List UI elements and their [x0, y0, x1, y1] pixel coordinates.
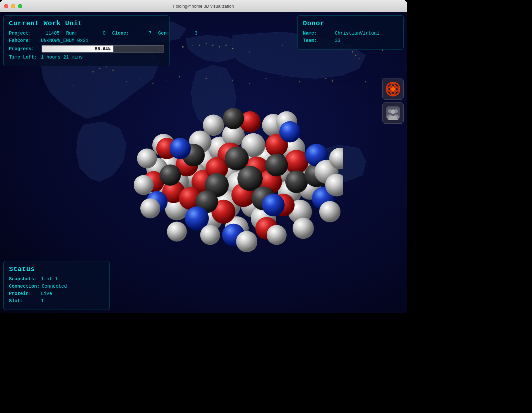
status-title: Status	[9, 265, 104, 273]
clone-label: Clone:	[112, 31, 142, 36]
project-label: Project:	[9, 31, 39, 36]
donor-name-row: Name: ChristianVirtual	[303, 31, 398, 36]
svg-point-12	[355, 55, 356, 56]
fahcore-row: FahCore: UNKNOWN_ENUM 0x21	[9, 38, 164, 43]
donor-team-value: 33	[335, 38, 340, 43]
main-area: Current Work Unit Project: 11405 Run: 0 …	[0, 12, 407, 313]
slot-row: Slot: 1	[9, 298, 104, 304]
project-value: 11405	[46, 31, 60, 36]
progress-text: 58.64%	[95, 47, 111, 52]
svg-point-80	[262, 194, 285, 216]
work-unit-panel: Current Work Unit Project: 11405 Run: 0 …	[3, 15, 170, 66]
status-panel: Status Snapshots: 1 of 1 Connection: Con…	[3, 261, 110, 310]
snapshots-label: Snapshots:	[9, 276, 39, 282]
svg-point-1	[106, 67, 107, 68]
svg-point-92	[134, 175, 154, 195]
svg-point-94	[236, 231, 257, 252]
minimize-button[interactable]	[11, 4, 15, 8]
connection-label: Connection:	[9, 284, 40, 289]
gen-value: 3	[195, 31, 198, 36]
svg-point-78	[223, 108, 244, 129]
protein-row: Protein: Live	[9, 291, 104, 296]
svg-point-109	[391, 87, 395, 91]
svg-point-0	[99, 68, 100, 69]
protein-label: Protein:	[9, 291, 39, 296]
svg-point-7	[212, 45, 213, 46]
svg-point-96	[267, 225, 287, 245]
side-buttons	[382, 78, 404, 124]
help-circle-icon	[386, 82, 400, 96]
svg-point-91	[137, 149, 157, 169]
close-button[interactable]	[4, 4, 8, 8]
molecule-visualization	[110, 66, 343, 282]
svg-point-98	[167, 222, 187, 242]
run-label: Run:	[66, 31, 96, 36]
timeleft-row: Time Left: 1 hours 21 mins	[9, 55, 164, 60]
title-bar: Folding@home 3D visualization	[0, 0, 407, 12]
svg-point-11	[352, 51, 353, 53]
svg-point-4	[92, 71, 94, 72]
protein-value: Live	[41, 291, 52, 296]
work-unit-title: Current Work Unit	[9, 20, 164, 27]
svg-point-50	[203, 115, 224, 136]
timeleft-label: Time Left:	[9, 55, 39, 60]
svg-point-75	[285, 171, 308, 193]
svg-point-89	[319, 201, 340, 222]
donor-panel: Donor Name: ChristianVirtual Team: 33	[297, 15, 404, 50]
svg-point-70	[225, 147, 249, 171]
fahcore-value: UNKNOWN_ENUM 0x21	[41, 38, 88, 43]
svg-point-6	[206, 43, 207, 44]
window-controls	[4, 4, 22, 8]
svg-point-82	[279, 121, 301, 143]
svg-point-64	[285, 150, 309, 174]
donor-name-value: ChristianVirtual	[335, 31, 379, 36]
progress-label: Progress:	[9, 46, 39, 52]
help-button[interactable]	[382, 78, 404, 100]
molecule-svg	[110, 66, 343, 282]
donor-title: Donor	[303, 20, 398, 27]
team-icon	[386, 106, 400, 120]
fahcore-label: FahCore:	[9, 38, 39, 43]
window-title: Folding@home 3D visualization	[173, 4, 234, 9]
maximize-button[interactable]	[18, 4, 22, 8]
snapshots-row: Snapshots: 1 of 1	[9, 276, 104, 282]
donor-name-label: Name:	[303, 31, 333, 36]
svg-point-76	[160, 165, 181, 186]
svg-point-8	[219, 47, 220, 48]
svg-point-5	[199, 45, 200, 46]
run-value: 0	[103, 31, 105, 36]
timeleft-value: 1 hours 21 mins	[41, 55, 83, 60]
svg-point-97	[293, 218, 314, 239]
slot-value: 1	[41, 298, 44, 304]
gen-label: Gen:	[158, 31, 188, 36]
svg-point-9	[225, 45, 227, 46]
svg-point-95	[200, 225, 220, 245]
svg-point-10	[232, 48, 233, 49]
clone-value: 7	[149, 31, 151, 36]
svg-point-71	[265, 154, 288, 177]
svg-point-113	[391, 109, 395, 114]
donor-team-row: Team: 33	[303, 38, 398, 43]
slot-label: Slot:	[9, 298, 39, 304]
svg-point-81	[170, 138, 191, 159]
progress-row: Progress: 58.64%	[9, 45, 164, 53]
project-row: Project: 11405 Run: 0 Clone: 7 Gen: 3	[9, 31, 164, 36]
svg-point-13	[359, 58, 360, 59]
donor-team-label: Team:	[303, 38, 333, 43]
svg-point-93	[140, 199, 160, 218]
progress-bar: 58.64%	[42, 45, 164, 53]
team-button[interactable]	[382, 102, 404, 124]
connection-row: Connection: Connected	[9, 284, 104, 289]
snapshots-value: 1 of 1	[41, 276, 58, 282]
connection-value: Connected	[42, 284, 67, 289]
